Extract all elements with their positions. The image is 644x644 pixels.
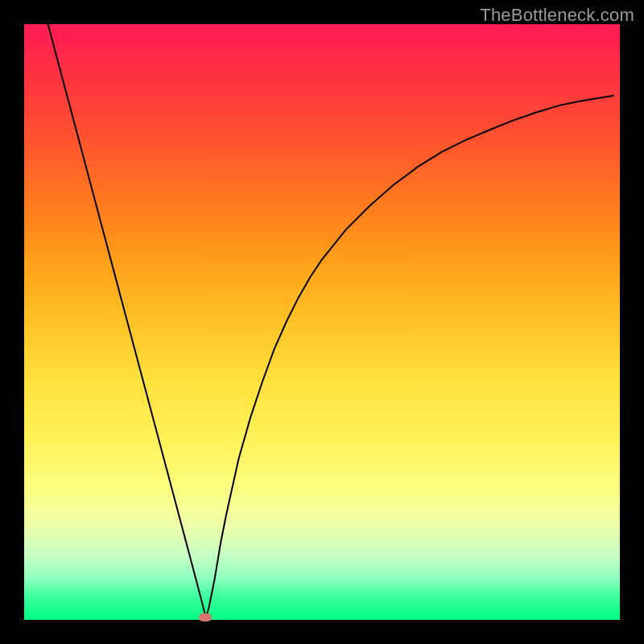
chart-frame: TheBottleneck.com (0, 0, 644, 644)
watermark-text: TheBottleneck.com (480, 5, 634, 26)
plot-area (24, 24, 620, 620)
optimum-marker (199, 613, 212, 621)
bottleneck-curve (24, 24, 620, 620)
